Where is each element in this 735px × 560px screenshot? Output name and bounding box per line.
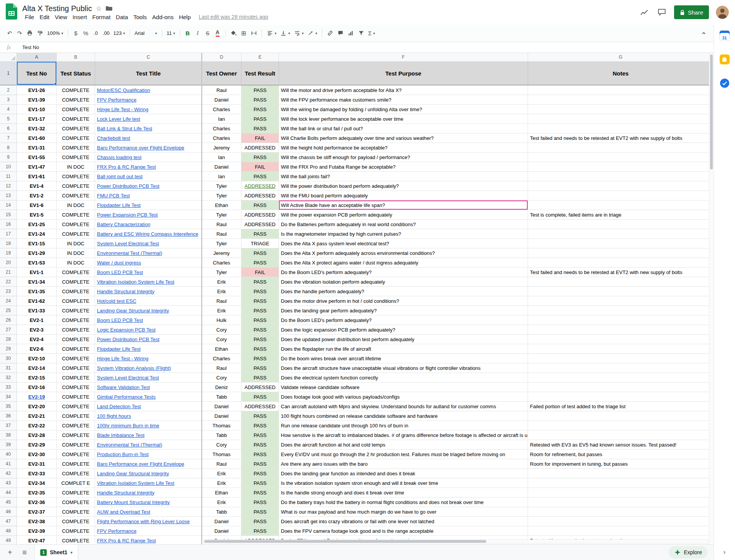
cell-G24[interactable] — [528, 296, 714, 306]
column-header-A[interactable]: A — [17, 53, 57, 62]
row-header-41[interactable]: 41 — [0, 459, 17, 469]
cell-D31[interactable]: Raul — [202, 363, 241, 373]
cell-B36[interactable]: COMPLETE — [57, 411, 95, 421]
cell-A10[interactable]: EV1-47 — [17, 162, 57, 172]
test-title-link[interactable]: Chassis loading test — [97, 154, 141, 160]
row-header-3[interactable]: 3 — [0, 95, 17, 105]
cell-C17[interactable]: Battery and ESC Wiring Compass Interefen… — [95, 229, 202, 239]
cell-G3[interactable] — [528, 95, 714, 105]
row-header-48[interactable]: 48 — [0, 526, 17, 536]
cell-G13[interactable] — [528, 191, 714, 200]
cell-C13[interactable]: FMU PCB Test — [95, 191, 202, 200]
cell-D40[interactable]: Thomas — [202, 450, 241, 459]
cell-D43[interactable]: Erik — [202, 478, 241, 488]
vertical-scrollbar[interactable] — [709, 53, 714, 544]
test-title-link[interactable]: System Level Electrical Test — [97, 241, 159, 246]
cell-B8[interactable]: COMPLETE — [57, 143, 95, 153]
cell-D36[interactable]: Daniel — [202, 411, 241, 421]
test-title-link[interactable]: Boom LED PCB Test — [97, 317, 143, 323]
cell-F45[interactable]: Do the battery trays hold the battery in… — [279, 498, 528, 507]
row-header-20[interactable]: 20 — [0, 258, 17, 268]
column-header-G[interactable]: G — [528, 53, 714, 62]
cell-D5[interactable]: Ian — [202, 114, 241, 124]
cell-A42[interactable]: EV2-33 — [17, 469, 57, 478]
test-title-link[interactable]: Logic Expansion PCB Test — [97, 327, 156, 333]
cell-A15[interactable]: EV1-5 — [17, 210, 57, 220]
cell-G12[interactable] — [528, 181, 714, 191]
cell-E33[interactable]: ADDRESSED — [241, 383, 279, 392]
test-title-link[interactable]: Gimbal Performance Tests — [97, 394, 156, 400]
frozen-pane-divider[interactable] — [201, 53, 202, 544]
menu-help[interactable]: Help — [176, 13, 194, 21]
row-header-18[interactable]: 18 — [0, 239, 17, 248]
cell-E28[interactable]: PASS — [241, 335, 279, 344]
cell-A17[interactable]: EV1-24 — [17, 229, 57, 239]
document-title[interactable]: Alta X Testing Public — [22, 4, 92, 13]
cell-B7[interactable]: COMPLETE — [57, 133, 95, 143]
row-header-28[interactable]: 28 — [0, 335, 17, 344]
test-title-link[interactable]: Ball joint pull out test — [97, 174, 143, 179]
sheets-logo[interactable] — [5, 3, 18, 21]
horizontal-scrollbar-thumb[interactable] — [204, 540, 486, 543]
all-sheets-button[interactable]: ≡ — [18, 545, 31, 559]
row-header-2[interactable]: 2 — [0, 85, 17, 95]
cell-B42[interactable]: COMPLETE — [57, 469, 95, 478]
test-title-link[interactable]: Baro Performance over Flight Envelope — [97, 461, 184, 467]
row-header-9[interactable]: 9 — [0, 153, 17, 162]
cell-A4[interactable]: EV1-10 — [17, 105, 57, 114]
row-header-27[interactable]: 27 — [0, 325, 17, 335]
test-title-link[interactable]: Battery and ESC Wiring Compass Interefen… — [97, 231, 198, 237]
formula-bar[interactable]: fx Test No — [0, 42, 714, 53]
test-title-link[interactable]: Water / dust ingress — [97, 260, 141, 266]
row-header-12[interactable]: 12 — [0, 181, 17, 191]
cell-G22[interactable] — [528, 277, 714, 287]
test-title-link[interactable]: Land Detection Test — [97, 404, 141, 409]
cell-A19[interactable]: EV1-29 — [17, 248, 57, 258]
cell-C38[interactable]: Blade Imbalance Test — [95, 430, 202, 440]
row-header-36[interactable]: 36 — [0, 411, 17, 421]
cell-B47[interactable]: COMPLETE — [57, 517, 95, 526]
cell-E21[interactable]: FAIL — [241, 268, 279, 277]
cell-A40[interactable]: EV2-30 — [17, 450, 57, 459]
cell-A16[interactable]: EV1-25 — [17, 220, 57, 229]
cell-F23[interactable]: Does the handle perform adequately? — [279, 287, 528, 296]
cell-C34[interactable]: Gimbal Performance Tests — [95, 392, 202, 402]
cell-E15[interactable]: ADDRESSED — [241, 210, 279, 220]
cell-A44[interactable]: EV2-35 — [17, 488, 57, 498]
cell-G40[interactable]: Room for refinement, but passes — [528, 450, 714, 459]
cell-C28[interactable]: Power Distribution PCB Test — [95, 335, 202, 344]
fill-handle[interactable] — [54, 82, 57, 85]
test-title-link[interactable]: FRX Pro & RC Range Test — [97, 164, 156, 170]
row-header-4[interactable]: 4 — [0, 105, 17, 114]
cell-B5[interactable]: COMPLETE — [57, 114, 95, 124]
test-title-link[interactable]: Hinge Life Test - Wiring — [97, 356, 148, 361]
cell-G16[interactable] — [528, 220, 714, 229]
test-title-link[interactable]: Production Burn-in Test — [97, 452, 149, 457]
cell-C23[interactable]: Handle Structural Integrity — [95, 287, 202, 296]
cell-F32[interactable]: Does the electrical system function corr… — [279, 373, 528, 383]
cell-E4[interactable]: PASS — [241, 105, 279, 114]
cell-D42[interactable]: Erik — [202, 469, 241, 478]
add-sheet-button[interactable]: + — [3, 545, 17, 559]
cell-C26[interactable]: Boom LED PCB Test — [95, 315, 202, 325]
cell-G44[interactable] — [528, 488, 714, 498]
cell-C9[interactable]: Chassis loading test — [95, 153, 202, 162]
cell-A23[interactable]: EV1-35 — [17, 287, 57, 296]
cell-B19[interactable]: IN DOC — [57, 248, 95, 258]
cell-D37[interactable]: Thomas — [202, 421, 241, 430]
cell-E34[interactable]: PASS — [241, 392, 279, 402]
cell-D20[interactable]: Charles — [202, 258, 241, 268]
test-title-link[interactable]: Hot/cold test ESC — [97, 298, 136, 304]
cell-A25[interactable]: EV1-33 — [17, 306, 57, 315]
cell-D27[interactable]: Cory — [202, 325, 241, 335]
cell-C27[interactable]: Logic Expansion PCB Test — [95, 325, 202, 335]
cell-F44[interactable]: Is the handle strong enough and does it … — [279, 488, 528, 498]
cell-G27[interactable] — [528, 325, 714, 335]
row-header-33[interactable]: 33 — [0, 383, 17, 392]
cell-F14[interactable]: Will Active Blade have an acceptable lif… — [279, 200, 528, 210]
row-header-11[interactable]: 11 — [0, 172, 17, 181]
row-header-13[interactable]: 13 — [0, 191, 17, 200]
cell-G18[interactable] — [528, 239, 714, 248]
cell-B45[interactable]: COMPLETE — [57, 498, 95, 507]
cell-A33[interactable]: EV2-16 — [17, 383, 57, 392]
